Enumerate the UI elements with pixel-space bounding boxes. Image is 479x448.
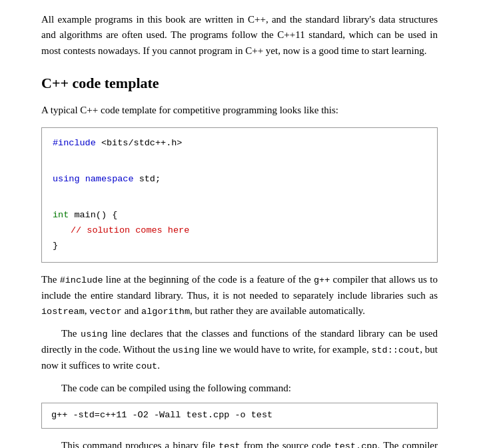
- code-line-2: using namespace std;: [53, 172, 426, 187]
- main-func: main() {: [74, 210, 117, 220]
- include-arg: <bits/stdc++.h>: [101, 138, 183, 148]
- p2-using2: using: [173, 345, 200, 355]
- p1-include: #include: [60, 275, 103, 285]
- command-block: g++ -std=c++11 -O2 -Wall test.cpp -o tes…: [41, 403, 438, 429]
- p2-pre: The: [61, 328, 81, 339]
- p1-iostream: iostream: [41, 307, 85, 317]
- code-line-3: int main() {: [53, 208, 426, 223]
- section-subtitle: A typical C++ code template for competit…: [41, 103, 438, 118]
- p1-algorithm: algorithm: [141, 307, 190, 317]
- p2-cout: cout: [136, 361, 157, 371]
- p1-end: , but rather they are available automati…: [190, 305, 365, 316]
- code-block-template: #include <bits/stdc++.h> using namespace…: [41, 127, 438, 263]
- p1-vector: vector: [89, 307, 122, 317]
- section-heading: C++ code template: [41, 72, 438, 95]
- p4-testcpp: test.cpp: [334, 441, 378, 448]
- code-indent: [53, 225, 71, 235]
- namespace-keyword-wrapper: namespace std;: [85, 174, 161, 184]
- p1-gpp: g++: [314, 275, 330, 285]
- code-line-blank-1: [53, 157, 426, 172]
- code-line-blank-2: [53, 193, 426, 208]
- comment-line: // solution comes here: [71, 225, 189, 235]
- int-keyword: int: [53, 210, 69, 220]
- p2-end: .: [157, 360, 160, 371]
- include-keyword: #include: [53, 138, 96, 148]
- p2-using: using: [81, 329, 108, 339]
- paragraph-3: The code can be compiled using the follo…: [41, 381, 438, 396]
- paragraph-4: This command produces a binary file test…: [41, 438, 438, 448]
- paragraph-2: The using line declares that the classes…: [41, 326, 438, 374]
- p1-and: and: [122, 305, 141, 316]
- using-keyword: using: [53, 174, 80, 184]
- p4-pre: This command produces a binary file: [61, 440, 219, 448]
- namespace-keyword: namespace: [85, 174, 134, 184]
- code-line-5: }: [53, 239, 426, 254]
- code-line-4: // solution comes here: [53, 223, 426, 239]
- p1-mid1: line at the beginning of the code is a f…: [103, 274, 313, 285]
- p4-test: test: [219, 441, 240, 448]
- p4-mid: from the source code: [240, 440, 334, 448]
- p2-stdcout: std::cout: [371, 345, 420, 355]
- p2-mid2: line we would have to write, for example…: [200, 344, 372, 355]
- intro-paragraph: All example programs in this book are wr…: [41, 12, 438, 59]
- code-line-1: #include <bits/stdc++.h>: [53, 136, 426, 151]
- p1-pre: The: [41, 274, 60, 285]
- paragraph-1: The #include line at the beginning of th…: [41, 272, 438, 319]
